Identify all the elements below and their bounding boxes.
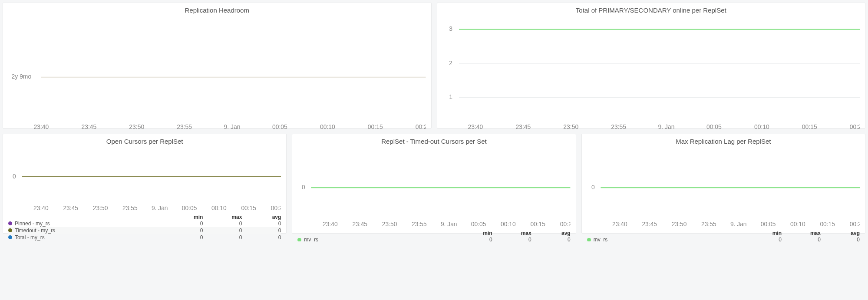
panel-title: Total of PRIMARY/SECONDARY online per Re… xyxy=(442,7,860,14)
y-tick: 0 xyxy=(302,184,305,191)
x-tick: 23:50 xyxy=(93,204,108,211)
legend-label: my_rs xyxy=(594,237,608,241)
col-min: min xyxy=(453,230,492,236)
x-tick: 23:40 xyxy=(33,204,49,211)
x-tick: 23:50 xyxy=(671,221,686,227)
col-max: max xyxy=(782,230,821,236)
x-tick: 00:05 xyxy=(182,204,197,211)
x-tick: 00:20 xyxy=(416,123,426,130)
x-tick: 23:45 xyxy=(353,221,368,227)
x-tick: 23:50 xyxy=(129,123,144,130)
x-axis: 23:4023:4523:5023:559. Jan00:0500:1000:1… xyxy=(323,221,570,227)
legend-label: my_rs xyxy=(304,237,318,241)
x-tick: 23:50 xyxy=(563,123,578,130)
x-tick: 9. Jan xyxy=(658,123,674,130)
stat-avg: 0 xyxy=(531,237,571,241)
x-tick: 00:05 xyxy=(706,123,722,130)
col-min: min xyxy=(743,230,782,236)
legend-label: Total - my_rs xyxy=(15,234,45,241)
x-tick: 00:10 xyxy=(790,221,805,227)
legend-swatch-icon xyxy=(8,221,12,225)
y-tick: 2 xyxy=(449,59,452,66)
chart-open-cursors[interactable]: 0 23:4023:4523:5023:559. Jan00:0500:1000… xyxy=(8,147,281,212)
x-tick: 00:10 xyxy=(320,123,335,130)
chart-replication-headroom[interactable]: 2y 9mo 23:4023:4523:5023:559. Jan00:0500… xyxy=(8,16,426,131)
x-tick: 23:50 xyxy=(382,221,397,227)
chart-online-per-replset[interactable]: 3 2 1 23:4023:4523:5023:559. Jan00:0500:… xyxy=(442,16,860,131)
x-axis: 23:4023:4523:5023:559. Jan00:0500:1000:1… xyxy=(612,221,860,227)
legend-swatch-icon xyxy=(297,238,301,241)
legend-label: Timedout - my_rs xyxy=(15,227,55,234)
panel-title: Open Cursors per ReplSet xyxy=(8,138,281,145)
chart-max-replication-lag[interactable]: 0 23:4023:4523:5023:559. Jan00:0500:1000… xyxy=(587,147,860,228)
x-tick: 23:55 xyxy=(412,221,427,227)
stat-avg: 0 xyxy=(242,234,281,241)
legend-row[interactable]: Timedout - my_rs 0 0 0 xyxy=(8,227,281,234)
y-tick: 2y 9mo xyxy=(12,73,32,80)
chart-timedout-cursors[interactable]: 0 23:4023:4523:5023:559. Jan00:0500:1000… xyxy=(297,147,570,228)
x-tick: 00:05 xyxy=(272,123,287,130)
panel-title: Replication Headroom xyxy=(8,7,426,14)
legend-swatch-icon xyxy=(8,228,12,232)
stat-max: 0 xyxy=(203,227,242,234)
y-tick: 3 xyxy=(449,25,452,32)
panel-online-per-replset[interactable]: Total of PRIMARY/SECONDARY online per Re… xyxy=(437,3,866,129)
x-axis: 23:4023:4523:5023:559. Jan00:0500:1000:1… xyxy=(34,123,426,130)
x-tick: 23:40 xyxy=(468,123,483,130)
y-tick: 0 xyxy=(13,173,16,180)
col-avg: avg xyxy=(242,214,281,220)
stat-max: 0 xyxy=(492,237,531,241)
x-axis: 23:4023:4523:5023:559. Jan00:0500:1000:1… xyxy=(468,123,860,130)
x-tick: 23:45 xyxy=(515,123,531,130)
x-tick: 23:55 xyxy=(177,123,192,130)
x-tick: 00:15 xyxy=(368,123,383,130)
x-tick: 00:20 xyxy=(560,221,571,227)
x-tick: 00:15 xyxy=(802,123,817,130)
legend-swatch-icon xyxy=(587,238,591,241)
col-max: max xyxy=(203,214,242,220)
x-tick: 00:15 xyxy=(531,221,546,227)
x-tick: 23:55 xyxy=(611,123,626,130)
legend-row[interactable]: Total - my_rs 0 0 0 xyxy=(8,234,281,241)
stat-max: 0 xyxy=(203,234,242,241)
x-tick: 9. Jan xyxy=(152,204,168,211)
x-tick: 00:10 xyxy=(501,221,516,227)
x-tick: 00:20 xyxy=(849,221,860,227)
x-tick: 9. Jan xyxy=(224,123,241,130)
x-tick: 23:55 xyxy=(701,221,716,227)
panel-replication-headroom[interactable]: Replication Headroom 2y 9mo 23:4023:4523… xyxy=(3,3,432,129)
col-avg: avg xyxy=(531,230,571,236)
x-tick: 23:40 xyxy=(323,221,338,227)
col-avg: avg xyxy=(821,230,860,236)
stat-min: 0 xyxy=(743,237,782,241)
stat-avg: 0 xyxy=(242,227,281,234)
panel-title: ReplSet - Timed-out Cursors per Set xyxy=(297,138,570,145)
stat-min: 0 xyxy=(164,234,203,241)
stat-avg: 0 xyxy=(821,237,860,241)
x-tick: 23:55 xyxy=(122,204,138,211)
stat-min: 0 xyxy=(164,227,203,234)
y-tick: 0 xyxy=(591,184,595,191)
stat-max: 0 xyxy=(203,221,242,227)
stat-max: 0 xyxy=(782,237,821,241)
legend-row[interactable]: my_rs 0 0 0 xyxy=(297,236,570,241)
stat-min: 0 xyxy=(164,221,203,227)
x-tick: 00:05 xyxy=(760,221,776,227)
x-tick: 00:15 xyxy=(241,204,256,211)
y-tick: 1 xyxy=(449,93,452,100)
x-tick: 9. Jan xyxy=(441,221,457,227)
legend-row[interactable]: Pinned - my_rs 0 0 0 xyxy=(8,220,281,227)
x-tick: 00:10 xyxy=(754,123,769,130)
x-tick: 00:20 xyxy=(849,123,860,130)
legend-row[interactable]: my_rs 0 0 0 xyxy=(587,236,860,241)
stat-avg: 0 xyxy=(242,221,281,227)
panel-timedout-cursors[interactable]: ReplSet - Timed-out Cursors per Set 0 23… xyxy=(292,134,576,234)
col-min: min xyxy=(164,214,203,220)
x-tick: 00:05 xyxy=(471,221,486,227)
stat-min: 0 xyxy=(453,237,492,241)
legend: min max avg my_rs 0 0 0 xyxy=(297,230,570,241)
panel-open-cursors[interactable]: Open Cursors per ReplSet 0 23:4023:4523:… xyxy=(3,134,287,234)
panel-max-replication-lag[interactable]: Max Replication Lag per ReplSet 0 23:402… xyxy=(581,134,865,234)
x-tick: 23:45 xyxy=(63,204,78,211)
x-tick: 23:45 xyxy=(81,123,96,130)
